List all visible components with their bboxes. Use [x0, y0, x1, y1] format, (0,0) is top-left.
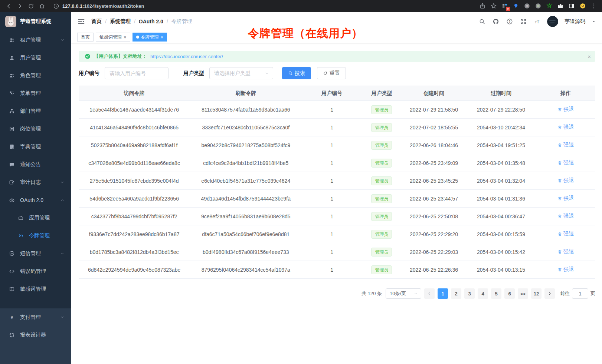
split-view-icon[interactable]: [567, 1, 576, 10]
refresh-token-cell: 9ce8ef2aa9f14056b831ae9b608e28d5: [190, 208, 302, 225]
trash-icon: [557, 161, 562, 165]
force-logout-button[interactable]: 强退: [557, 159, 574, 166]
id-badge-icon: [9, 126, 15, 132]
sidebar-item-report-designer[interactable]: 报表设计器: [0, 326, 71, 344]
goto-page-input[interactable]: [572, 288, 588, 299]
next-page-button[interactable]: [544, 288, 555, 299]
sidebar-item-tenant[interactable]: 租户管理: [0, 31, 71, 49]
tab-close-icon[interactable]: ×: [124, 35, 127, 40]
search-icon[interactable]: [478, 18, 486, 25]
sidebar-item-oauth2[interactable]: OAuth 2.0: [0, 191, 71, 209]
page-button-5[interactable]: 5: [491, 288, 501, 299]
browser-back-icon[interactable]: [4, 1, 13, 11]
force-logout-button[interactable]: 强退: [557, 213, 574, 219]
breadcrumb-item[interactable]: 系统管理: [110, 18, 131, 25]
page-button-2[interactable]: 2: [451, 288, 461, 299]
column-header: 创建时间: [402, 86, 466, 101]
user-type-select[interactable]: 请选择用户类型: [209, 67, 273, 79]
sidebar-item-notice[interactable]: 通知公告: [0, 156, 71, 173]
sidebar-item-post[interactable]: 岗位管理: [0, 120, 71, 138]
sidebar-header: 芋道管理系统: [0, 12, 71, 31]
reset-button[interactable]: 重置: [317, 67, 346, 79]
tab-close-icon[interactable]: ×: [161, 35, 164, 40]
sidebar-item-user[interactable]: 用户管理: [0, 49, 71, 67]
sidebar-item-dept[interactable]: 部门管理: [0, 102, 71, 120]
sidebar-item-pay[interactable]: ¥支付管理: [0, 308, 71, 326]
font-size-icon[interactable]: TT: [533, 18, 541, 25]
sidebar-item-dict[interactable]: 字典管理: [0, 138, 71, 156]
create-time-cell: 2022-07-29 21:58:50: [402, 101, 466, 119]
extension-star-icon[interactable]: [545, 1, 554, 10]
caret-down-icon[interactable]: [592, 19, 596, 24]
table-row: 502375b8040a469a9b82188afdf6af1fbe90422b…: [79, 136, 595, 154]
site-info-icon[interactable]: [53, 3, 59, 9]
tab-令牌管理[interactable]: 令牌管理×: [132, 33, 167, 42]
sidebar-item-label: 租户管理: [20, 37, 41, 43]
refresh-token-cell: 811c530487574fa0af1a59d3abc1aa66: [190, 101, 302, 119]
breadcrumb-item[interactable]: OAuth 2.0: [139, 19, 163, 24]
access-token-cell: 41c41346a548490f9dc8b01c6bfe0865: [79, 119, 190, 136]
breadcrumb-item[interactable]: 首页: [91, 18, 102, 25]
breadcrumb-separator: /: [134, 19, 135, 24]
force-logout-button[interactable]: 强退: [557, 124, 574, 130]
user-type-badge: 管理员: [371, 105, 392, 114]
chevron-down-icon: [414, 292, 418, 296]
sidebar-item-menu[interactable]: 菜单管理: [0, 85, 71, 102]
sidebar-item-role[interactable]: 角色管理: [0, 67, 71, 85]
trash-icon: [557, 107, 562, 112]
force-logout-button[interactable]: 强退: [557, 195, 574, 202]
browser-home-icon[interactable]: [37, 1, 47, 11]
browser-forward-icon[interactable]: [15, 1, 24, 11]
address-bar[interactable]: 127.0.0.1:1024/system/oauth2/token: [53, 3, 477, 9]
sidebar-item-sensitive-word[interactable]: 敏感词管理: [0, 280, 71, 298]
sidebar-item-sms[interactable]: 短信管理: [0, 245, 71, 262]
page-button-1[interactable]: 1: [438, 288, 448, 299]
collapse-sidebar-icon[interactable]: [77, 17, 85, 26]
sidebar-item-audit-log[interactable]: 审计日志: [0, 173, 71, 191]
browser-reload-icon[interactable]: [26, 1, 36, 11]
page-button-4[interactable]: 4: [478, 288, 488, 299]
share-icon[interactable]: [478, 1, 487, 10]
extension-puzzle-icon[interactable]: [556, 1, 565, 10]
search-button[interactable]: 搜索: [282, 67, 311, 79]
force-logout-button[interactable]: 强退: [557, 142, 574, 148]
tab-敏感词管理[interactable]: 敏感词管理×: [96, 33, 130, 42]
browser-menu-icon[interactable]: [589, 1, 598, 10]
force-logout-button[interactable]: 强退: [557, 231, 574, 237]
doc-link[interactable]: https://doc.iocoder.cn/user-center/: [150, 54, 223, 59]
tab-首页[interactable]: 首页: [77, 33, 94, 42]
fullscreen-icon[interactable]: [520, 18, 527, 25]
create-time-cell: 2022-07-02 18:55:55: [402, 119, 466, 136]
sidebar-item-oauth2-app[interactable]: 应用管理: [0, 209, 71, 227]
prev-page-button[interactable]: [424, 288, 435, 299]
page-button-12[interactable]: 12: [531, 288, 542, 299]
extension-badge: 9: [506, 6, 510, 11]
force-logout-button[interactable]: 强退: [557, 106, 574, 113]
user-id-input[interactable]: [105, 67, 169, 79]
force-logout-button[interactable]: 强退: [557, 248, 574, 255]
alert-close-icon[interactable]: ×: [588, 53, 591, 60]
extension-gem-icon[interactable]: [511, 1, 520, 10]
sidebar-item-error-code[interactable]: 错误码管理: [0, 262, 71, 280]
sidebar-item-label: 字典管理: [20, 143, 41, 150]
page-size-select[interactable]: 10条/页: [386, 288, 421, 299]
trash-icon: [557, 232, 562, 236]
github-icon[interactable]: [492, 18, 500, 25]
user-avatar[interactable]: [547, 16, 558, 27]
extension-command-icon[interactable]: ⌘: [523, 1, 531, 10]
profile-avatar-icon[interactable]: [578, 1, 587, 10]
extension-record-icon[interactable]: [534, 1, 543, 10]
bookmark-star-icon[interactable]: [489, 1, 498, 10]
chevron-down-icon: [60, 180, 65, 185]
more-pages-button[interactable]: •••: [518, 288, 528, 299]
help-icon[interactable]: ?: [506, 18, 513, 25]
chevron-down-icon: [60, 251, 65, 256]
extension-grid-icon[interactable]: 9: [500, 1, 509, 10]
force-logout-button[interactable]: 强退: [557, 177, 574, 184]
page-button-6[interactable]: 6: [504, 288, 515, 299]
page-button-3[interactable]: 3: [464, 288, 475, 299]
force-logout-button[interactable]: 强退: [557, 266, 574, 273]
breadcrumb-separator: /: [105, 19, 107, 24]
username[interactable]: 芋道源码: [565, 18, 585, 25]
sidebar-item-oauth2-token[interactable]: 令牌管理: [0, 227, 71, 245]
